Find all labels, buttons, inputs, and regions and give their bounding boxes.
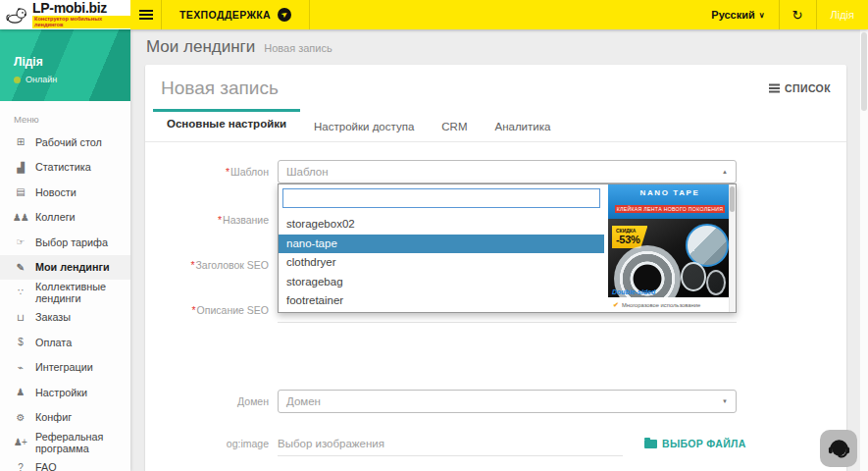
refresh-icon: ↻ [792,8,803,23]
domain-row: Домен Домен ▼ [145,390,846,413]
tab-access-settings[interactable]: Настройки доступа [300,109,428,141]
sidebar-item-integrations[interactable]: ⌁ Интеграции [0,355,130,381]
dropdown-options: storagebox02 nano-tape clothdryer storag… [279,215,604,313]
tabs-bar: Основные настройки Настройки доступа CRM… [145,109,846,142]
gears-icon: ⚙ [13,412,27,423]
sidebar-user-panel: Лідія Онлайн [0,29,130,101]
tab-analytics[interactable]: Аналитика [481,109,564,141]
sidebar: Лідія Онлайн Меню ⊞ Рабочий стол ▟ Стати… [0,29,130,471]
page-scrollbar[interactable] [859,29,868,471]
sidebar-item-config[interactable]: ⚙ Конфиг [0,405,130,431]
og-image-input[interactable] [278,431,623,456]
sidebar-item-my-landings[interactable]: ✎ Мои лендинги [0,255,130,281]
preview-product-image: СКИДКА -53% Double-sided [608,219,732,297]
sidebar-nav: ⊞ Рабочий стол ▟ Статистика ▤ Новости ♟♟… [0,130,130,471]
record-form: *Шаблон Шаблон ▲ storagebox02 nano-tape … [145,142,846,456]
online-status-label: Онлайн [26,75,57,84]
breadcrumb: Мои лендинги Новая запись [130,29,868,64]
refresh-button[interactable]: ↻ [779,0,817,29]
topbar: LP-mobi.biz Конструктор мобильных лендин… [0,0,868,29]
list-icon [769,87,780,89]
seo-description-label: *Описание SEO [145,304,269,316]
topbar-spacer [310,0,697,29]
menu-section-label: Меню [0,101,130,130]
preview-inset-photo [686,224,729,267]
sidebar-item-news[interactable]: ▤ Новости [0,180,130,205]
preview-header: NANO TAPE КЛЕЙКАЯ ЛЕНТА НОВОГО ПОКОЛЕНИЯ [608,184,732,219]
preview-feature-row: ✔ Многоразовое использование [608,297,732,312]
template-preview: NANO TAPE КЛЕЙКАЯ ЛЕНТА НОВОГО ПОКОЛЕНИЯ… [608,184,732,312]
choose-file-button[interactable]: ВЫБОР ФАЙЛА [644,438,746,449]
app-logo[interactable]: LP-mobi.biz Конструктор мобильных лендин… [0,0,130,29]
user-plus-icon: ♟+ [13,437,27,447]
sidebar-item-tariff[interactable]: ☞ Выбор тарифа [0,230,130,255]
news-icon: ▤ [13,186,27,197]
card-title: Новая запись [161,78,279,99]
breadcrumb-current: Новая запись [264,42,332,54]
option-nano-tape[interactable]: nano-tape [279,235,604,254]
list-button[interactable]: СПИСОК [769,82,831,94]
option-springclothes[interactable]: springclothes [279,311,604,313]
topbar-username[interactable]: Лідія [817,0,868,29]
chevron-down-icon: ▼ [722,398,728,404]
preview-caption: Double-sided [612,288,655,295]
check-icon: ✔ [613,301,619,309]
logo-title: LP-mobi.biz [32,1,130,15]
pencil-icon: ✎ [13,262,27,273]
chevron-down-icon: ∨ [759,11,765,20]
page-title: Мои лендинги [146,37,255,57]
dollar-icon: $ [13,337,27,347]
template-row: *Шаблон Шаблон ▲ storagebox02 nano-tape … [145,160,846,183]
dog-logo-icon [5,6,28,25]
sidebar-item-orders[interactable]: ⊔ Заказы [0,305,130,331]
language-selector[interactable]: Русский ∨ [697,0,778,29]
stats-icon: ▟ [13,162,27,173]
cart-icon: ⊔ [13,312,27,323]
sidebar-item-payment[interactable]: $ Оплата [0,330,130,355]
domain-select[interactable]: Домен ▼ [278,390,737,413]
hamburger-menu-button[interactable] [130,0,162,29]
template-dropdown: storagebox02 nano-tape clothdryer storag… [278,183,737,313]
record-card: Новая запись СПИСОК Основные настройки Н… [145,65,846,471]
scrollbar-thumb[interactable] [861,32,867,111]
og-image-row: og:image ВЫБОР ФАЙЛА [145,431,846,456]
user-icon: ♟ [13,387,27,397]
dropdown-search-input[interactable] [282,188,600,208]
option-storagebox02[interactable]: storagebox02 [279,215,604,235]
hamburger-icon [139,14,153,16]
option-clothdryer[interactable]: clothdryer [279,253,604,273]
seo-title-label: *Заголовок SEO [145,259,269,271]
sidebar-item-statistics[interactable]: ▟ Статистика [0,155,130,181]
sidebar-item-collective-landings[interactable]: ∵ Коллективные лендинги [0,280,130,305]
tab-crm[interactable]: CRM [428,109,481,141]
template-label: *Шаблон [145,166,269,178]
main-content: Мои лендинги Новая запись Новая запись С… [130,29,868,471]
users-icon: ♟♟ [13,212,27,223]
option-footretainer[interactable]: footretainer [279,291,604,311]
tab-main-settings[interactable]: Основные настройки [153,109,300,141]
plug-icon: ⌁ [13,362,27,373]
preview-subtitle: КЛЕЙКАЯ ЛЕНТА НОВОГО ПОКОЛЕНИЯ [615,205,726,213]
preview-title: NANO TAPE [610,188,730,197]
sidebar-item-colleagues[interactable]: ♟♟ Коллеги [0,205,130,231]
desktop-icon: ⊞ [13,136,27,147]
logo-subtitle: Конструктор мобильных лендингов [32,16,130,28]
dropdown-scrollbar[interactable] [729,184,736,312]
chevron-up-icon: ▲ [722,169,728,175]
question-icon: ? [13,462,27,471]
share-icon: ∵ [13,287,27,297]
online-status-dot [14,77,21,83]
telegram-icon: ➤ [278,8,291,22]
og-image-label: og:image [145,438,269,449]
language-label: Русский [711,9,754,21]
sidebar-item-dashboard[interactable]: ⊞ Рабочий стол [0,130,130,155]
option-storagebag[interactable]: storagebag [279,273,604,292]
sidebar-user-name: Лідія [14,55,130,69]
sidebar-item-faq[interactable]: ? FAQ [0,455,130,471]
support-chat-button[interactable] [820,430,857,467]
sidebar-item-settings[interactable]: ♟ Настройки [0,380,130,405]
sidebar-item-referral[interactable]: ♟+ Реферальная программа [0,430,130,455]
tech-support-button[interactable]: ТЕХПОДДЕРЖКА ➤ [162,0,310,29]
template-select[interactable]: Шаблон ▲ [278,160,737,183]
hand-pointer-icon: ☞ [13,236,27,247]
